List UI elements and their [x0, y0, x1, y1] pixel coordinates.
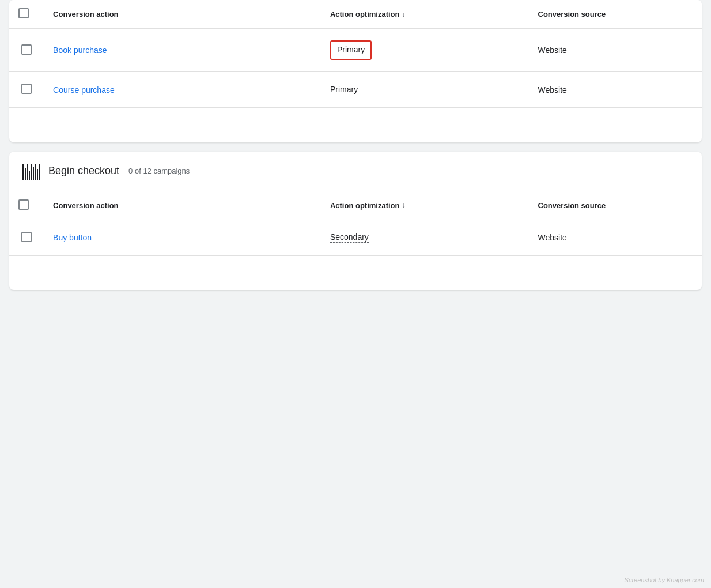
table-row: Course purchase Primary Website	[9, 72, 702, 108]
bar5	[31, 164, 32, 180]
header-checkbox-cell	[9, 0, 44, 29]
row3-optimization-label[interactable]: Secondary	[330, 232, 369, 243]
row3-checkbox[interactable]	[21, 232, 32, 242]
bar2	[25, 168, 26, 180]
row2-optimization-label[interactable]: Primary	[330, 85, 358, 95]
bar1	[22, 164, 24, 180]
row1-conversion-action: Book purchase	[44, 29, 321, 72]
row3-optimization-cell: Secondary	[321, 220, 529, 255]
header2-checkbox-cell	[9, 191, 44, 220]
header-conversion-action: Conversion action	[44, 0, 321, 29]
book-purchase-link[interactable]: Book purchase	[53, 46, 107, 55]
row3-conversion-action: Buy button	[44, 220, 321, 255]
section-subtitle: 0 of 12 campaigns	[128, 167, 190, 175]
row2-source: Website	[529, 72, 702, 108]
bar7	[35, 164, 36, 180]
header-conversion-source: Conversion source	[529, 0, 702, 29]
table-row: Book purchase Primary Website	[9, 29, 702, 72]
barcode-icon	[21, 161, 41, 182]
row1-optimization-cell: Primary	[321, 29, 529, 72]
row2-optimization-cell: Primary	[321, 72, 529, 108]
spacer-cell	[9, 108, 702, 142]
course-purchase-link[interactable]: Course purchase	[53, 85, 115, 95]
header2-action-optimization[interactable]: Action optimization ↓	[321, 191, 529, 220]
spacer-cell-2	[9, 255, 702, 290]
header2-conversion-source: Conversion source	[529, 191, 702, 220]
bar6	[33, 167, 34, 180]
first-card: Conversion action Action optimization ↓ …	[9, 0, 702, 142]
row3-checkbox-cell	[9, 220, 44, 255]
sort-icon: ↓	[402, 10, 406, 18]
row3-source: Website	[529, 220, 702, 255]
spacer-row-2	[9, 255, 702, 290]
header-checkbox[interactable]	[18, 8, 29, 18]
header2-conversion-action: Conversion action	[44, 191, 321, 220]
header-action-optimization[interactable]: Action optimization ↓	[321, 0, 529, 29]
bar8	[37, 169, 38, 180]
row2-conversion-action: Course purchase	[44, 72, 321, 108]
bar4	[29, 171, 30, 180]
row1-optimization-label[interactable]: Primary	[337, 45, 365, 55]
row1-source: Website	[529, 29, 702, 72]
row1-checkbox[interactable]	[21, 44, 32, 55]
row1-checkbox-cell	[9, 29, 44, 72]
row2-checkbox[interactable]	[21, 84, 32, 94]
section-title: Begin checkout	[48, 165, 119, 177]
spacer-row	[9, 108, 702, 142]
begin-checkout-card: Begin checkout 0 of 12 campaigns Convers…	[9, 152, 702, 291]
buy-button-link[interactable]: Buy button	[53, 233, 92, 242]
table-row: Buy button Secondary Website	[9, 220, 702, 255]
bar3	[27, 164, 28, 180]
header2-checkbox[interactable]	[18, 199, 29, 210]
bar9	[39, 164, 40, 180]
section-header: Begin checkout 0 of 12 campaigns	[9, 152, 702, 191]
table-1: Conversion action Action optimization ↓ …	[9, 0, 702, 142]
sort-icon-2: ↓	[402, 201, 406, 209]
primary-highlighted-box: Primary	[330, 40, 372, 60]
table-2: Conversion action Action optimization ↓ …	[9, 191, 702, 291]
row2-checkbox-cell	[9, 72, 44, 108]
page-container: Conversion action Action optimization ↓ …	[0, 0, 711, 299]
